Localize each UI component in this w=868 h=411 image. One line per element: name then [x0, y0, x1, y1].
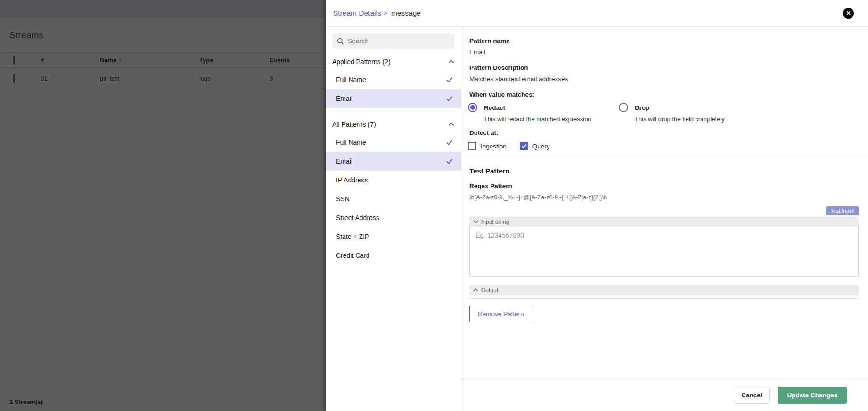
check-icon: [446, 139, 453, 146]
when-value-matches-label: When value matches:: [461, 91, 868, 98]
stream-details-drawer: Stream Details > message ✕ Applied Patte…: [326, 0, 868, 411]
section-divider: [461, 158, 868, 158]
chevron-up-icon: [473, 288, 478, 292]
pattern-credit-card[interactable]: Credit Card: [326, 246, 461, 265]
ingestion-label: Ingestion: [481, 143, 507, 150]
pattern-name-label: Pattern name: [461, 37, 868, 44]
row-type: logs: [199, 75, 270, 82]
pattern-name-value: Email: [461, 49, 868, 56]
column-header-num: #: [41, 57, 100, 64]
close-icon[interactable]: ✕: [843, 8, 854, 19]
detect-at-label: Detect at:: [461, 129, 868, 136]
output-divider: [469, 298, 859, 299]
all-patterns-header[interactable]: All Patterns (7): [326, 111, 461, 133]
redact-label: Redact: [484, 104, 505, 111]
pattern-detail-panel: Pattern name Email Pattern Description M…: [461, 27, 868, 411]
check-icon: [446, 76, 453, 83]
app-top-bar: [0, 0, 326, 18]
table-row[interactable]: 01 pii_test logs 3: [0, 68, 326, 89]
regex-pattern-value: \b[A-Za-z0-9._%+-]+@[A-Za-z0-9.-]+\.[A-Z…: [461, 194, 868, 201]
redact-radio[interactable]: [468, 103, 477, 112]
row-num: 01: [41, 75, 100, 82]
search-box: [332, 33, 454, 49]
pattern-state-zip[interactable]: State + ZIP: [326, 227, 461, 246]
check-icon: [446, 95, 453, 102]
search-input[interactable]: [348, 37, 450, 45]
select-all-checkbox[interactable]: [13, 56, 15, 65]
column-header-events: Events: [270, 57, 326, 64]
redact-option: Redact This will redact the matched expr…: [468, 103, 619, 123]
test-pattern-title: Test Pattern: [461, 167, 868, 175]
row-name: pii_test: [100, 75, 199, 82]
test-input-textarea[interactable]: [469, 227, 859, 277]
pattern-ip-address[interactable]: IP Address: [326, 171, 461, 189]
pattern-ssn[interactable]: SSN: [326, 189, 461, 208]
row-checkbox[interactable]: [13, 74, 15, 83]
drop-description: This will drop the field completely: [635, 115, 770, 123]
input-string-accordion[interactable]: Input string: [469, 217, 859, 227]
column-header-type: Type: [199, 57, 270, 64]
redact-description: This will redact the matched expression: [484, 115, 619, 123]
streams-table: # Name↑ Type Events 01 pii_test logs 3: [0, 52, 326, 89]
drop-label: Drop: [635, 104, 650, 111]
chevron-up-icon: [448, 123, 454, 126]
drop-option: Drop This will drop the field completely: [619, 103, 770, 123]
stream-count: 1 Stream(s): [9, 398, 43, 405]
breadcrumb-current: message: [391, 9, 421, 17]
output-accordion[interactable]: Output: [469, 285, 859, 295]
row-events: 3: [270, 75, 326, 82]
query-label: Query: [532, 143, 550, 150]
chevron-down-icon: [473, 220, 478, 223]
test-input-button[interactable]: Test Input: [826, 206, 859, 215]
applied-pattern-full-name[interactable]: Full Name: [326, 70, 461, 89]
page-title: Streams: [9, 30, 326, 41]
drop-radio[interactable]: [619, 103, 628, 112]
pattern-description-label: Pattern Description: [461, 64, 868, 71]
applied-pattern-email[interactable]: Email: [326, 89, 461, 108]
column-header-name[interactable]: Name↑: [100, 57, 199, 64]
remove-pattern-button[interactable]: Remove Pattern: [469, 306, 532, 322]
table-header-row: # Name↑ Type Events: [0, 52, 326, 68]
sort-asc-icon: ↑: [118, 57, 121, 64]
background-page: Streams # Name↑ Type Events 01 pii_test …: [0, 0, 326, 411]
pattern-description-value: Matches standard email addresses: [461, 75, 868, 82]
regex-pattern-label: Regex Pattern: [461, 182, 868, 189]
pattern-email[interactable]: Email: [326, 152, 461, 171]
pattern-list-panel: Applied Patterns (2) Full Name Email Al: [326, 27, 461, 411]
query-checkbox[interactable]: [520, 142, 528, 150]
update-changes-button[interactable]: Update Changes: [778, 387, 847, 404]
check-icon: [446, 158, 453, 164]
pattern-full-name[interactable]: Full Name: [326, 133, 461, 152]
pattern-street-address[interactable]: Street Address: [326, 208, 461, 227]
drawer-footer: Cancel Update Changes: [461, 379, 868, 411]
cancel-button[interactable]: Cancel: [734, 387, 770, 404]
search-icon: [337, 38, 344, 45]
breadcrumb-stream-details[interactable]: Stream Details >: [333, 9, 387, 17]
applied-patterns-header[interactable]: Applied Patterns (2): [326, 49, 461, 70]
ingestion-checkbox[interactable]: [468, 142, 476, 150]
chevron-up-icon: [448, 60, 454, 64]
drawer-header: Stream Details > message ✕: [326, 0, 868, 27]
